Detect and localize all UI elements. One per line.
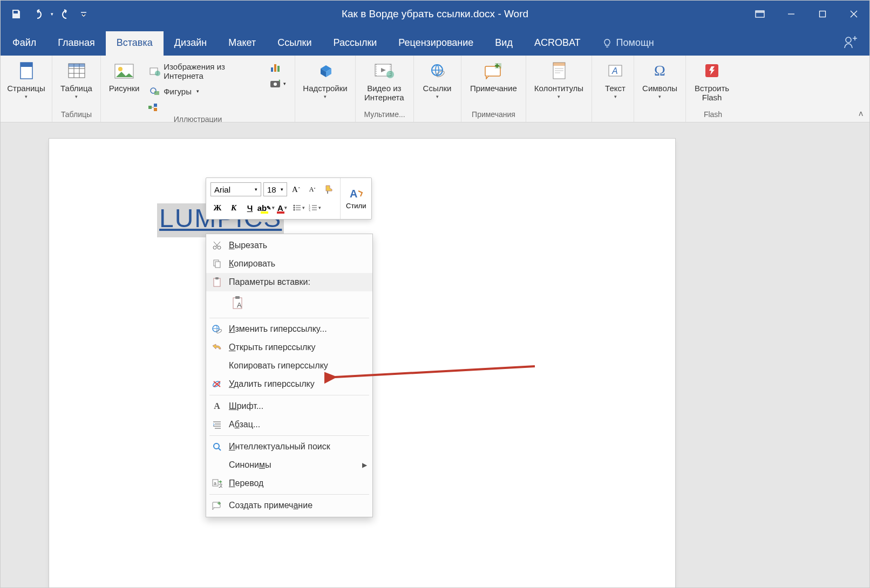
ctx-paragraph[interactable]: Абзац... xyxy=(206,415,372,434)
ctx-edit-hyperlink[interactable]: Изменить гиперссылку... xyxy=(206,320,372,338)
ctx-remove-hyperlink[interactable]: Удалить гиперссылку xyxy=(206,375,372,393)
maximize-button[interactable] xyxy=(807,1,838,28)
pages-button[interactable]: Страницы ▾ xyxy=(5,58,47,101)
styles-icon: A xyxy=(349,188,364,201)
headerfooter-label: Колонтитулы xyxy=(534,84,583,93)
scissors-icon xyxy=(210,239,223,252)
group-tables: Таблица ▾ Таблицы xyxy=(52,56,101,122)
styles-button[interactable]: A Стили xyxy=(340,178,371,219)
tab-file[interactable]: Файл xyxy=(2,31,47,56)
tab-references[interactable]: Ссылки xyxy=(267,31,322,56)
mini-toolbar: Arial▾ 18▾ A˄ A˅ Ж К Ч ab✎ A xyxy=(206,177,372,220)
addins-button[interactable]: Надстройки ▾ xyxy=(300,58,351,101)
ctx-copy-link-label: Копировать гиперссылку xyxy=(229,361,328,371)
format-painter-button[interactable] xyxy=(322,182,336,196)
flash-button[interactable]: ВстроитьFlash xyxy=(690,58,733,105)
redo-button[interactable] xyxy=(58,5,76,23)
ctx-new-comment-label: Создать примечание xyxy=(229,501,312,510)
ctx-paragraph-label: Абзац... xyxy=(229,420,260,429)
svg-rect-18 xyxy=(154,104,157,107)
share-button[interactable] xyxy=(838,32,862,52)
globe-link-icon xyxy=(210,323,223,336)
tell-me-placeholder: Помощн xyxy=(616,37,654,49)
tab-design[interactable]: Дизайн xyxy=(164,31,218,56)
undo-button[interactable] xyxy=(28,5,46,23)
svg-point-37 xyxy=(293,207,295,209)
symbols-button[interactable]: Ω Символы ▾ xyxy=(638,58,681,101)
underline-button[interactable]: Ч xyxy=(243,201,257,215)
table-button[interactable]: Таблица ▾ xyxy=(57,58,96,101)
svg-point-38 xyxy=(293,209,295,211)
clipboard-icon xyxy=(210,276,223,289)
screenshot-button[interactable]: ▾ xyxy=(268,77,287,90)
font-name-combo[interactable]: Arial▾ xyxy=(210,182,261,196)
ribbon-tabs: Файл Главная Вставка Дизайн Макет Ссылки… xyxy=(1,28,869,56)
minimize-button[interactable] xyxy=(776,1,807,28)
tab-home[interactable]: Главная xyxy=(47,31,106,56)
italic-button[interactable]: К xyxy=(227,201,241,215)
headerfooter-button[interactable]: Колонтитулы ▾ xyxy=(531,58,587,101)
document-page[interactable]: LUMPICS Arial▾ 18▾ A˄ A˅ Ж xyxy=(49,139,675,588)
pages-label: Страницы xyxy=(7,84,45,93)
tab-layout[interactable]: Макет xyxy=(218,31,267,56)
svg-rect-19 xyxy=(154,108,157,111)
tell-me-search[interactable]: Помощн xyxy=(599,31,657,56)
chart-button[interactable] xyxy=(268,61,287,74)
comment-button[interactable]: Примечание xyxy=(466,58,521,95)
bullets-button[interactable] xyxy=(291,201,305,215)
ctx-new-comment[interactable]: Создать примечание xyxy=(206,496,372,515)
tab-acrobat[interactable]: ACROBAT xyxy=(524,31,592,56)
links-button[interactable]: Ссылки ▾ xyxy=(418,58,456,101)
ctx-synonyms[interactable]: Синонимы ▶ xyxy=(206,456,372,474)
title-bar: ▾ Как в Ворде убрать ссылки.docx - Word xyxy=(1,1,869,28)
svg-text:a: a xyxy=(214,481,216,486)
undo-dropdown[interactable]: ▾ xyxy=(48,5,56,23)
collapse-ribbon-button[interactable]: ʌ xyxy=(859,109,863,118)
ctx-smart-lookup[interactable]: Интеллектуальный поиск xyxy=(206,437,372,456)
tab-review[interactable]: Рецензирование xyxy=(388,31,484,56)
submenu-arrow-icon: ▶ xyxy=(362,461,367,469)
font-color-button[interactable]: A xyxy=(275,201,289,215)
group-pages: Страницы ▾ xyxy=(1,56,52,122)
numbering-button[interactable]: 123 xyxy=(308,201,322,215)
svg-rect-5 xyxy=(820,11,826,17)
highlight-button[interactable]: ab✎ xyxy=(259,201,273,215)
font-size-combo[interactable]: 18▾ xyxy=(263,182,287,196)
online-video-button[interactable]: Видео изИнтернета xyxy=(360,58,409,105)
svg-point-55 xyxy=(214,443,219,449)
grow-font-button[interactable]: A˄ xyxy=(289,182,303,196)
tab-view[interactable]: Вид xyxy=(484,31,524,56)
bold-button[interactable]: Ж xyxy=(210,201,225,215)
svg-rect-4 xyxy=(756,11,764,13)
ctx-copy-hyperlink[interactable]: Копировать гиперссылку xyxy=(206,357,372,375)
svg-text:A: A xyxy=(237,301,242,309)
svg-text:A: A xyxy=(350,188,357,200)
ctx-font-label: Шрифт... xyxy=(229,401,263,411)
ctx-translate[interactable]: a文 Перевод xyxy=(206,474,372,493)
svg-point-12 xyxy=(118,67,123,71)
tab-mailings[interactable]: Рассылки xyxy=(323,31,388,56)
save-button[interactable] xyxy=(7,5,25,23)
group-illustrations: Рисунки Изображения из Интернета Фигуры▾ xyxy=(101,56,295,122)
page-icon xyxy=(16,60,37,81)
shrink-font-button[interactable]: A˅ xyxy=(305,182,320,196)
shapes-button[interactable]: Фигуры▾ xyxy=(146,84,265,99)
svg-rect-32 xyxy=(553,63,565,66)
qat-customize[interactable] xyxy=(78,5,89,23)
pictures-button[interactable]: Рисунки xyxy=(105,58,143,95)
ribbon-display-options[interactable] xyxy=(744,1,776,28)
paste-keep-text-button[interactable]: A xyxy=(229,293,248,313)
omega-icon: Ω xyxy=(649,60,671,81)
text-button[interactable]: A Текст ▾ xyxy=(596,58,634,101)
smartart-button[interactable] xyxy=(146,100,265,115)
ctx-cut[interactable]: Вырезать xyxy=(206,236,372,255)
ctx-copy[interactable]: Копировать xyxy=(206,255,372,273)
ctx-font[interactable]: A Шрифт... xyxy=(206,397,372,415)
ctx-open-hyperlink[interactable]: Открыть гиперссылку xyxy=(206,338,372,357)
online-pictures-button[interactable]: Изображения из Интернета xyxy=(146,60,265,83)
addins-icon xyxy=(315,60,336,81)
close-button[interactable] xyxy=(838,1,869,28)
table-icon xyxy=(66,60,87,81)
ctx-separator xyxy=(209,494,369,495)
tab-insert[interactable]: Вставка xyxy=(106,31,164,56)
